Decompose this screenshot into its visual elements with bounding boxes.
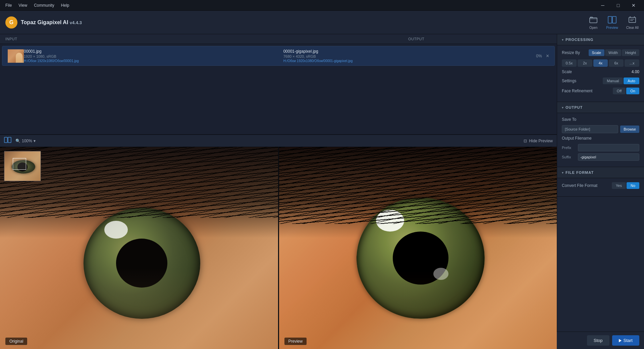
split-view-button[interactable] [4, 137, 11, 145]
scale-2x-btn[interactable]: 2x [578, 59, 592, 67]
scale-6x-btn[interactable]: 6x [609, 59, 624, 67]
file-name: 00001.jpg [24, 49, 277, 54]
scale-label: Scale [562, 69, 572, 74]
settings-toggle: Manual Auto [603, 78, 639, 84]
toolbar: G Topaz Gigapixel AI v4.4.3 Open Preview… [0, 11, 644, 34]
resize-by-label: Resize By [562, 50, 580, 55]
preview-label: Preview [284, 338, 307, 345]
save-to-row: Browse [562, 125, 639, 133]
hide-preview-button[interactable]: ⊡ Hide Preview [524, 139, 553, 143]
format-yes-btn[interactable]: Yes [612, 182, 626, 189]
save-to-label: Save To [562, 117, 576, 122]
face-on-btn[interactable]: On [626, 88, 639, 94]
title-bar-left: File View Community Help [3, 2, 72, 9]
zoom-control[interactable]: 🔍 100% ▾ [15, 139, 36, 143]
col-input-label: INPUT [5, 37, 149, 41]
settings-auto-btn[interactable]: Auto [624, 78, 639, 84]
file-output-dims: 7680 × 4320, sRGB [283, 54, 536, 58]
file-path: H:/Обои 1920x1080/Обои/00001.jpg [24, 59, 277, 63]
output-section-header[interactable]: ▾ OUTPUT [557, 102, 644, 113]
close-button[interactable]: ✕ [626, 0, 641, 11]
clear-all-label: Clear All [626, 26, 639, 30]
scale-number: 4.00 [632, 69, 639, 74]
preview-button[interactable]: Preview [606, 15, 618, 30]
clear-all-button[interactable]: Clear All [626, 15, 639, 30]
start-icon [619, 339, 622, 342]
save-to-input[interactable] [562, 125, 618, 133]
start-button[interactable]: Start [612, 335, 639, 346]
preview-label: Preview [606, 26, 618, 30]
file-info: 00001.jpg 1920 × 1080, sRGB H:/Обои 1920… [24, 49, 277, 63]
hide-preview-icon: ⊡ [524, 139, 527, 143]
suffix-input[interactable] [578, 153, 639, 161]
file-progress: 0% [536, 54, 542, 58]
thumb-selector[interactable] [13, 158, 26, 170]
file-format-section-header[interactable]: ▾ FILE FORMAT [557, 167, 644, 178]
browse-button[interactable]: Browse [620, 126, 639, 133]
zoom-icon: 🔍 [15, 139, 20, 143]
file-output-name: 00001-gigapixel.jpg [283, 49, 536, 54]
face-off-btn[interactable]: Off [613, 88, 626, 94]
preview-icon [607, 15, 617, 24]
app-title: Topaz Gigapixel AI v4.4.3 [21, 19, 82, 26]
original-highlight [104, 221, 128, 239]
menu-help[interactable]: Help [58, 2, 72, 9]
resize-scale-btn[interactable]: Scale [589, 49, 605, 56]
stop-button[interactable]: Stop [587, 335, 609, 346]
file-remove-button[interactable]: × [546, 53, 549, 59]
processing-section-header[interactable]: ▾ PROCESSING [557, 34, 644, 45]
file-list-header: INPUT OUTPUT [0, 34, 557, 44]
svg-rect-2 [612, 16, 616, 23]
scale-4x-btn[interactable]: 4x [593, 59, 608, 67]
save-to-label-row: Save To [562, 117, 639, 122]
resize-width-btn[interactable]: Width [605, 49, 621, 56]
resize-by-group: Scale Width Height [589, 49, 639, 56]
scale-custom-btn[interactable]: ...x [625, 59, 639, 67]
scale-05x-btn[interactable]: 0.5x [562, 59, 577, 67]
minimize-button[interactable]: ─ [595, 0, 610, 11]
maximize-button[interactable]: □ [610, 0, 626, 11]
convert-format-row: Convert File Format Yes No [562, 182, 639, 189]
file-format-title: FILE FORMAT [566, 170, 594, 174]
preview-lashes [279, 147, 557, 224]
preview-area: 🔍 100% ▾ ⊡ Hide Preview [0, 135, 557, 349]
preview-eye-image [279, 147, 557, 349]
app-logo: G Topaz Gigapixel AI v4.4.3 [5, 16, 82, 29]
settings-label: Settings [562, 79, 576, 83]
bottom-spacer [557, 197, 644, 217]
thumb-face [16, 53, 22, 63]
left-panel: INPUT OUTPUT 00001.jpg 1920 × 1080, sRGB… [0, 34, 557, 349]
original-label: Original [5, 338, 27, 345]
right-panel: ▾ PROCESSING Resize By Scale Width Heigh… [557, 34, 644, 349]
menu-community[interactable]: Community [31, 2, 57, 9]
preview-side: Preview [279, 147, 557, 349]
thumbnail-navigator[interactable] [4, 151, 41, 181]
original-lashes [0, 147, 278, 218]
svg-rect-0 [590, 18, 597, 23]
menu-file[interactable]: File [3, 2, 14, 9]
file-dims: 1920 × 1080, sRGB [24, 54, 277, 58]
menu-view[interactable]: View [16, 2, 30, 9]
logo-icon: G [5, 16, 17, 29]
resize-height-btn[interactable]: Height [622, 49, 639, 56]
prefix-label: Prefix [562, 146, 575, 150]
prefix-row: Prefix [562, 144, 639, 151]
title-bar: File View Community Help ─ □ ✕ [0, 0, 644, 11]
resize-by-row: Resize By Scale Width Height [562, 49, 639, 56]
processing-content: Resize By Scale Width Height 0.5x 2x 4x … [557, 45, 644, 102]
format-no-btn[interactable]: No [627, 182, 639, 189]
menu-bar: File View Community Help [3, 2, 72, 9]
zoom-level: 100% [22, 139, 32, 143]
original-eye-image [0, 147, 278, 349]
open-button[interactable]: Open [589, 15, 598, 30]
suffix-label: Suffix [562, 155, 575, 159]
processing-chevron: ▾ [562, 38, 564, 42]
prefix-input[interactable] [578, 144, 639, 151]
bottom-bar: Stop Start [557, 332, 644, 349]
suffix-row: Suffix [562, 153, 639, 161]
settings-manual-btn[interactable]: Manual [603, 78, 623, 84]
zoom-arrow: ▾ [34, 139, 36, 143]
file-output-path: H:/Обои 1920x1080/Обои/00001-gigapixel.j… [283, 59, 536, 63]
scale-options-group: 0.5x 2x 4x 6x ...x [562, 59, 639, 67]
settings-row: Settings Manual Auto [562, 78, 639, 84]
